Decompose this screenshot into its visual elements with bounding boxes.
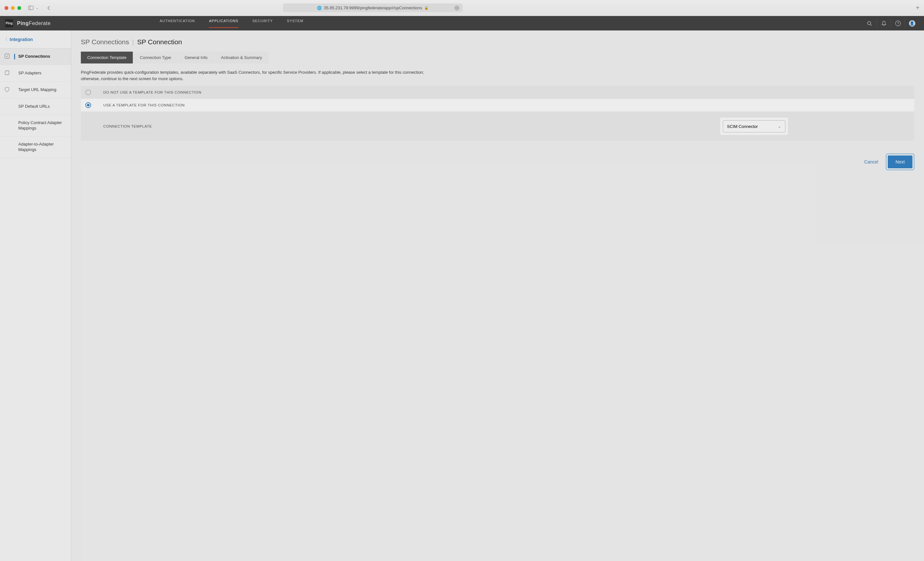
template-selected-value: SCIM Connector [727, 124, 758, 129]
template-label: CONNECTION TEMPLATE [103, 124, 152, 128]
traffic-lights [4, 6, 21, 10]
nav-security[interactable]: SECURITY [252, 19, 273, 28]
top-nav: AUTHENTICATION APPLICATIONS SECURITY SYS… [160, 19, 303, 28]
close-window-icon[interactable] [4, 6, 8, 10]
search-icon[interactable] [862, 19, 876, 28]
connection-icon [4, 54, 14, 60]
sidebar-item-adapter-to-adapter-mappings[interactable]: Adapter-to-Adapter Mappings [0, 136, 71, 158]
sidebar-item-label: Target URL Mapping [14, 87, 57, 93]
wizard-tabs: Connection Template Connection Type Gene… [81, 52, 914, 63]
option-use-template[interactable]: USE A TEMPLATE FOR THIS CONNECTION [81, 99, 914, 111]
nav-system[interactable]: SYSTEM [287, 19, 303, 28]
template-select-wrap: SCIM Connector ⌄ [720, 118, 788, 135]
cancel-button[interactable]: Cancel [864, 159, 879, 165]
sidebar-item-target-url-mapping[interactable]: Target URL Mapping [0, 82, 71, 99]
sidebar-item-label: SP Connections [14, 54, 50, 59]
option-label: USE A TEMPLATE FOR THIS CONNECTION [103, 103, 185, 107]
logo-text: PingFederate [17, 21, 51, 26]
tab-general-info[interactable]: General Info [178, 52, 214, 63]
sidebar-item-label: SP Adapters [14, 70, 41, 76]
app-header: Ping PingFederate AUTHENTICATION APPLICA… [0, 16, 924, 30]
sidebar-item-label: Policy Contract Adapter Mappings [14, 120, 67, 131]
browser-chrome: ⌄ 🌐 35.85.231.78:9999/pingfederate/app#/… [0, 0, 924, 16]
maximize-window-icon[interactable] [17, 6, 21, 10]
nav-authentication[interactable]: AUTHENTICATION [160, 19, 195, 28]
sidebar-back[interactable]: 〈 Integration [0, 30, 71, 48]
svg-rect-8 [5, 71, 9, 75]
tab-activation-summary[interactable]: Activation & Summary [214, 52, 268, 63]
main-content: SP Connections | SP Connection Connectio… [71, 30, 924, 561]
minimize-window-icon[interactable] [11, 6, 15, 10]
tab-connection-template[interactable]: Connection Template [81, 52, 133, 63]
page-description: PingFederate provides quick-configuratio… [81, 69, 434, 82]
sidebar-item-label: SP Default URLs [14, 104, 50, 109]
tab-connection-type[interactable]: Connection Type [134, 52, 177, 63]
new-tab-icon[interactable]: + [916, 4, 920, 12]
template-select[interactable]: SCIM Connector ⌄ [723, 120, 785, 132]
crumb-separator: | [132, 38, 134, 45]
option-label: DO NOT USE A TEMPLATE FOR THIS CONNECTIO… [103, 90, 201, 94]
shield-icon [4, 87, 14, 93]
sidebar-item-sp-connections[interactable]: SP Connections [0, 48, 71, 65]
sidebar-item-policy-contract-adapter-mappings[interactable]: Policy Contract Adapter Mappings [0, 115, 71, 136]
form-actions: Cancel Next [81, 154, 914, 170]
svg-point-2 [867, 21, 871, 25]
page-actions-icon[interactable]: ⋯ [454, 6, 459, 10]
next-button[interactable]: Next [888, 156, 912, 168]
header-icons: ? 👤 [862, 19, 919, 28]
back-icon[interactable] [45, 4, 52, 12]
globe-icon: 🌐 [317, 6, 322, 10]
url-text: 35.85.231.78:9999/pingfederate/app#/spCo… [324, 6, 422, 10]
sidebar-item-sp-adapters[interactable]: SP Adapters [0, 65, 71, 82]
crumb-parent[interactable]: SP Connections [81, 38, 129, 45]
radio-unselected-icon[interactable] [86, 90, 91, 95]
sidebar: 〈 Integration SP Connections SP Adapters… [0, 30, 71, 561]
lock-icon: 🔒 [424, 6, 429, 10]
notifications-icon[interactable] [876, 19, 891, 28]
sidebar-item-sp-default-urls[interactable]: SP Default URLs [0, 99, 71, 115]
help-icon[interactable]: ? [891, 19, 905, 28]
crumb-current: SP Connection [137, 38, 182, 45]
toolbar-dropdown-icon[interactable]: ⌄ [36, 6, 39, 10]
option-do-not-use-template[interactable]: DO NOT USE A TEMPLATE FOR THIS CONNECTIO… [81, 86, 914, 99]
sidebar-item-label: Adapter-to-Adapter Mappings [14, 142, 67, 153]
logo-icon: Ping [5, 19, 13, 27]
svg-rect-0 [28, 6, 33, 10]
adapter-icon [4, 70, 14, 76]
svg-rect-7 [5, 54, 9, 58]
radio-selected-icon[interactable] [86, 102, 91, 108]
breadcrumb: SP Connections | SP Connection [81, 38, 914, 46]
svg-text:?: ? [897, 21, 898, 25]
url-bar[interactable]: 🌐 35.85.231.78:9999/pingfederate/app#/sp… [283, 3, 463, 12]
svg-line-3 [870, 24, 872, 25]
user-avatar-icon[interactable]: 👤 [905, 19, 919, 28]
sidebar-title: Integration [10, 37, 33, 42]
nav-applications[interactable]: APPLICATIONS [209, 19, 238, 28]
chevron-down-icon: ⌄ [778, 124, 781, 129]
chevron-left-icon: 〈 [3, 37, 8, 42]
next-button-highlight: Next [886, 154, 914, 170]
sidebar-toggle-icon[interactable] [27, 4, 34, 12]
connection-template-row: CONNECTION TEMPLATE SCIM Connector ⌄ [81, 112, 914, 141]
